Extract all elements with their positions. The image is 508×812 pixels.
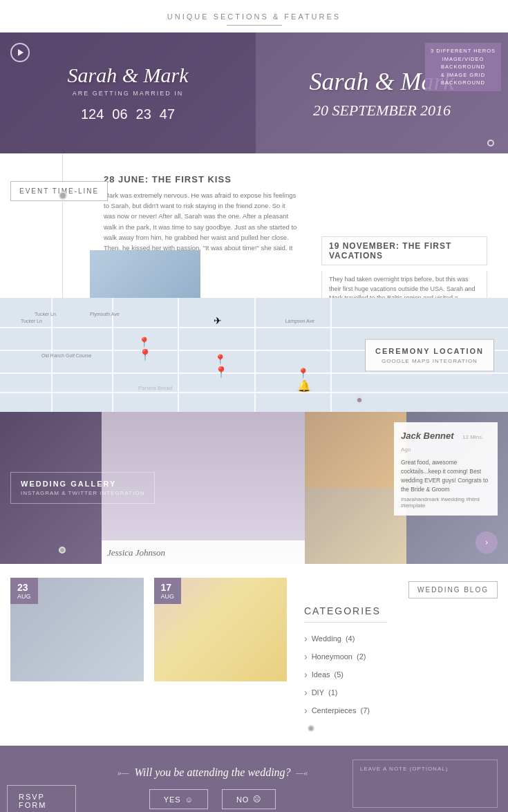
rsvp-deco-left: »—	[117, 768, 129, 778]
blog-category-ideas[interactable]: Ideas (5)	[304, 665, 498, 683]
timeline-entry1-title: 28 JUNE: THE FIRST KISS	[104, 174, 494, 185]
map-section: Tucker Ln Plymouth Ave Tucker Ln Old Ran…	[0, 298, 508, 412]
blog-post2-date: 17 AUG	[154, 578, 182, 604]
rsvp-note-area: LEAVE A NOTE (OPTIONAL)	[352, 759, 498, 808]
blog-cat-wedding-count: (4)	[346, 634, 355, 643]
rsvp-question1-text: Will you be attending the wedding?	[134, 766, 290, 779]
map-road-v5	[330, 298, 332, 412]
hero-left-couple-name: Sarah & Mark	[68, 64, 189, 87]
blog-label: WEDDING BLOG	[408, 581, 498, 598]
countdown-seconds: 47	[160, 106, 175, 122]
ceremony-title: CEREMONY LOCATION	[375, 346, 484, 355]
social-text: Great food, awesome cocktails...keep it …	[401, 458, 491, 493]
rsvp-right: LEAVE A NOTE (OPTIONAL) »— SUBMIT —«	[342, 759, 508, 812]
hero-wedding-date: 20 SEPTEMBER 2016	[313, 102, 451, 120]
hero-badge: 3 DIFFERENT HEROS IMAGE/VIDEO BACKGROUND…	[425, 43, 501, 91]
rsvp-section: RSVP FORM »— Will you be attending the w…	[0, 746, 508, 812]
gallery-overlay: Jessica Johnson	[102, 540, 305, 564]
play-button[interactable]	[10, 43, 30, 62]
blog-category-diy[interactable]: DIY (1)	[304, 683, 498, 701]
blog-post2-day: 17	[161, 582, 175, 593]
blog-post1-month: AUG	[17, 593, 31, 600]
countdown-days: 124	[81, 106, 104, 122]
map-pin-2: 📍	[214, 353, 225, 367]
gallery-name: Jessica Johnson	[107, 547, 165, 558]
ceremony-location-label: CEREMONY LOCATION GOOGLE MAPS INTEGRATIO…	[365, 339, 494, 371]
gallery-title: WEDDING GALLERY	[21, 480, 144, 488]
map-pin-3: 🔔	[297, 367, 308, 381]
social-user: Jack Bennet 12 Mins. Ago	[401, 429, 491, 454]
hero-badge-text: 3 DIFFERENT HEROS IMAGE/VIDEO BACKGROUND…	[431, 48, 496, 86]
hero-countdown: 124 06 23 47	[81, 106, 175, 122]
gallery-sub: INSTAGRAM & TWITTER INTEGRATION	[21, 490, 144, 496]
header-underline	[227, 25, 282, 26]
blog-cat-diy-count: (1)	[328, 688, 337, 697]
map-road-v4	[254, 298, 256, 412]
gallery-photo-4	[305, 412, 406, 488]
rsvp-question1: »— Will you be attending the wedding? —«	[117, 766, 308, 779]
map-road-v3	[178, 298, 179, 412]
rsvp-inner: RSVP FORM »— Will you be attending the w…	[0, 759, 508, 812]
blog-read-more[interactable]: ❧ READ MORE	[41, 696, 112, 711]
page-header: UNIQUE SECTIONS & FEATURES	[0, 0, 508, 32]
blog-post2-month: AUG	[161, 593, 175, 600]
blog-post-2: 17 AUG	[154, 578, 288, 732]
rsvp-yes-no: YES ☺ NO ☹	[149, 789, 276, 809]
map-pin-1: 📍	[138, 336, 149, 350]
blog-category-wedding[interactable]: Wedding (4)	[304, 630, 498, 648]
gallery-section: WEDDING GALLERY INSTAGRAM & TWITTER INTE…	[0, 412, 508, 564]
blog-categories-line	[304, 622, 387, 623]
rsvp-label: RSVP FORM	[7, 785, 76, 812]
rsvp-deco-right: —«	[297, 768, 308, 778]
hero-left-subtitle: Are getting Married in	[73, 90, 184, 97]
timeline-section: EVENT TIME-LINE 28 JUNE: THE FIRST KISS …	[0, 153, 508, 298]
timeline-dot	[59, 191, 67, 200]
timeline-entry2-title: 19 NOVEMBER: THE FIRST VACATIONS	[321, 236, 487, 265]
blog-posts: 23 AUG ❧ READ MORE 17 AUG	[0, 578, 297, 732]
blog-category-centerpieces[interactable]: Centerpieces (7)	[304, 701, 498, 719]
blog-cat-ideas-count: (5)	[335, 670, 344, 679]
rsvp-note-label: LEAVE A NOTE (OPTIONAL)	[360, 766, 490, 772]
countdown-hours: 06	[112, 106, 127, 122]
blog-cat-ideas-name: Ideas	[312, 670, 330, 679]
blog-cat-wedding-name: Wedding	[312, 634, 341, 643]
hero-dot-indicator	[487, 140, 494, 147]
page-title: UNIQUE SECTIONS & FEATURES	[0, 12, 508, 21]
timeline-vertical-line	[62, 153, 63, 298]
hero-section: Sarah & Mark Are getting Married in 124 …	[0, 32, 508, 153]
gallery-photo-6	[305, 488, 406, 564]
map-plane-icon: ✈	[214, 315, 222, 327]
rsvp-no-icon: ☹	[253, 795, 261, 804]
rsvp-no-label: NO	[236, 795, 250, 804]
rsvp-yes-label: YES	[164, 795, 181, 804]
blog-post-1: 23 AUG ❧ READ MORE	[10, 578, 144, 732]
rsvp-form-center: »— Will you be attending the wedding? —«…	[83, 759, 342, 812]
blog-cat-centerpieces-name: Centerpieces	[312, 706, 357, 715]
blog-cat-centerpieces-count: (7)	[361, 706, 370, 715]
hero-left: Sarah & Mark Are getting Married in 124 …	[0, 32, 256, 153]
countdown-minutes: 23	[136, 106, 151, 122]
blog-cat-honeymoon-count: (2)	[357, 652, 366, 661]
social-tags: #sarahandmark #wedding #html #template	[401, 496, 491, 509]
rsvp-label-container: RSVP FORM	[0, 759, 83, 812]
rsvp-no-button[interactable]: NO ☹	[222, 789, 276, 809]
blog-cat-honeymoon-name: Honeymoon	[312, 652, 352, 661]
rsvp-yes-button[interactable]: YES ☺	[149, 789, 208, 809]
blog-sidebar: WEDDING BLOG CATEGORIES Wedding (4) Hone…	[297, 578, 508, 732]
blog-post1-date: 23 AUG	[10, 578, 38, 604]
map-dot-indicator	[356, 397, 363, 404]
blog-category-honeymoon[interactable]: Honeymoon (2)	[304, 648, 498, 665]
blog-categories-title: CATEGORIES	[304, 605, 498, 616]
blog-post1-day: 23	[17, 582, 31, 593]
rsvp-yes-icon: ☺	[185, 795, 194, 804]
gallery-label: WEDDING GALLERY INSTAGRAM & TWITTER INTE…	[10, 472, 155, 504]
blog-dot-indicator	[308, 725, 314, 732]
blog-section: 23 AUG ❧ READ MORE 17 AUG WEDDING BLOG C…	[0, 564, 508, 746]
social-username: Jack Bennet	[401, 431, 454, 441]
blog-cat-diy-name: DIY	[312, 688, 324, 697]
ceremony-sub: GOOGLE MAPS INTEGRATION	[375, 357, 484, 363]
social-card: Jack Bennet 12 Mins. Ago Great food, awe…	[394, 422, 498, 516]
